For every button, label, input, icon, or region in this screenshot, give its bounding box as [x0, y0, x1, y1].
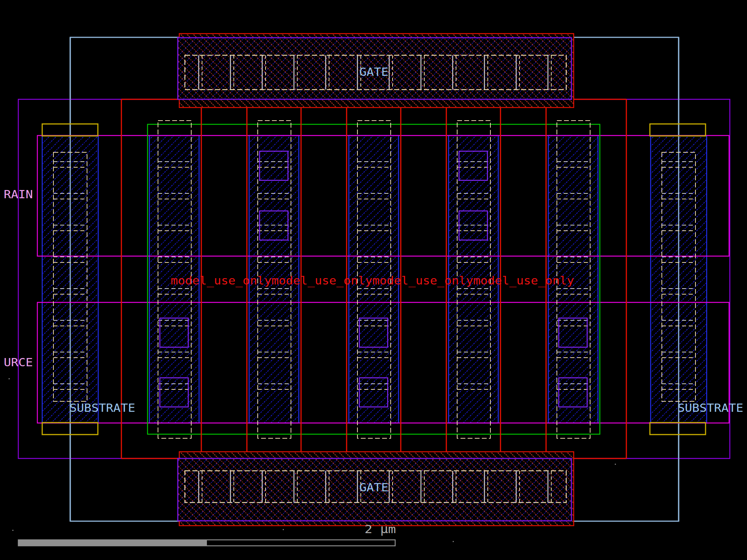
substrate-label-left: SUBSTRATE	[69, 401, 135, 414]
gate-label-top: GATE	[359, 65, 388, 78]
layout-canvas[interactable]: GATE GATE RAIN URCE SUBSTRATE SUBSTRATE …	[0, 0, 747, 560]
grid-dot	[12, 530, 13, 531]
layout-labels: GATE GATE RAIN URCE SUBSTRATE SUBSTRATE …	[4, 65, 743, 494]
implant-tab	[650, 124, 706, 136]
implant-tab	[650, 423, 706, 435]
watermark-text: model_use_onlymodel_use_onlymodel_use_on…	[171, 274, 574, 287]
grid-dot	[9, 197, 10, 198]
layout-viewer-window: GATE GATE RAIN URCE SUBSTRATE SUBSTRATE …	[0, 0, 747, 560]
source-label: URCE	[4, 355, 33, 369]
drain-label: RAIN	[4, 187, 33, 201]
substrate-label-right: SUBSTRATE	[678, 401, 743, 414]
scale-ruler-label: 2 μm	[365, 522, 396, 536]
grid-dot	[283, 529, 284, 530]
grid-dot	[9, 378, 10, 379]
grid-dot	[615, 464, 616, 465]
scale-bar-filled-half	[18, 540, 207, 546]
grid-dot	[453, 541, 454, 542]
gate-label-bottom: GATE	[359, 480, 388, 494]
